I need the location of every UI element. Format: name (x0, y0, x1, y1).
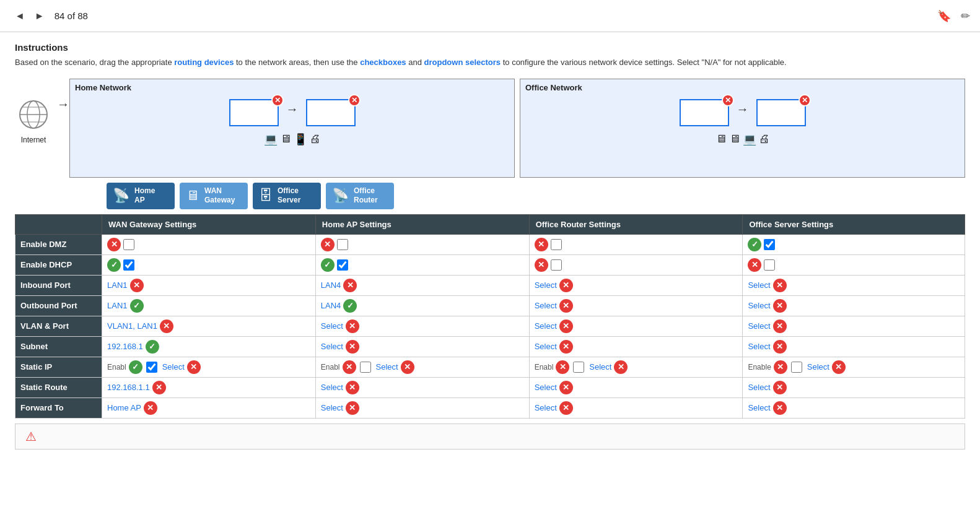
office-router-static-ip-checkbox[interactable] (573, 362, 584, 373)
office-router-inbound-badge[interactable]: ✕ (559, 279, 573, 292)
office-server-subnet-value[interactable]: Select (748, 342, 770, 351)
home-vlan-badge[interactable]: ✕ (346, 319, 359, 333)
office-router-forward-to-value[interactable]: Select (535, 403, 557, 412)
home-dmz-badge[interactable]: ✕ (321, 238, 335, 251)
office-server-subnet-badge[interactable]: ✕ (773, 340, 787, 354)
home-device-4-icon: 🖨 (310, 133, 321, 146)
office-router-outbound-value[interactable]: Select (535, 301, 557, 310)
office-router-vlan-value[interactable]: Select (535, 321, 557, 331)
bookmark-button[interactable]: 🔖 (937, 9, 951, 23)
wan-dhcp-checkbox[interactable] (123, 259, 134, 271)
office-slot-2-remove[interactable]: ✕ (798, 94, 811, 106)
wan-static-ip-cell: Enabl ✓ Select ✕ (102, 357, 316, 377)
home-static-route-value[interactable]: Select (321, 383, 343, 392)
office-server-dmz-checkbox[interactable] (764, 239, 775, 250)
office-server-outbound-badge[interactable]: ✕ (773, 299, 787, 313)
office-router-static-ip-badge[interactable]: ✕ (614, 360, 628, 374)
home-static-ip-enable-badge[interactable]: ✕ (343, 360, 356, 374)
home-static-ip-checkbox[interactable] (360, 362, 371, 373)
office-server-forward-to-value[interactable]: Select (748, 403, 770, 412)
home-slot-2-remove[interactable]: ✕ (348, 94, 361, 106)
home-static-route-badge[interactable]: ✕ (346, 381, 359, 394)
wan-dmz-badge[interactable]: ✕ (107, 238, 121, 251)
wan-gateway-label: 🖥 WAN Gateway (180, 183, 248, 209)
home-static-ip-badge[interactable]: ✕ (401, 360, 414, 374)
office-server-dhcp-checkbox[interactable] (764, 259, 775, 271)
office-server-dhcp-badge[interactable]: ✕ (748, 258, 761, 272)
next-button[interactable]: ► (30, 8, 50, 24)
home-subnet-value[interactable]: Select (321, 342, 343, 351)
home-network-devices-bottom: 💻 🖥 📱 🖨 (75, 133, 509, 146)
home-vlan-value[interactable]: Select (321, 321, 343, 331)
office-slot-2[interactable]: ✕ (756, 99, 806, 126)
wan-static-ip-enable-badge[interactable]: ✓ (129, 360, 142, 374)
office-server-static-ip-badge[interactable]: ✕ (832, 360, 846, 374)
office-router-forward-to-badge[interactable]: ✕ (559, 401, 573, 415)
wan-vlan-badge[interactable]: ✕ (160, 319, 173, 333)
office-router-static-route-badge[interactable]: ✕ (559, 381, 573, 394)
office-router-subnet-value[interactable]: Select (535, 342, 557, 351)
wan-dmz-group: ✕ (107, 238, 310, 251)
home-slot-1[interactable]: ✕ (229, 99, 279, 126)
office-slot-1[interactable]: ✕ (680, 99, 729, 126)
wan-inbound-badge[interactable]: ✕ (130, 279, 144, 292)
wan-static-ip-select[interactable]: Select (162, 362, 185, 371)
wan-dhcp-badge[interactable]: ✓ (107, 258, 121, 272)
office-server-inbound-badge[interactable]: ✕ (773, 279, 787, 292)
home-outbound-badge[interactable]: ✓ (343, 299, 357, 313)
wan-static-route-badge[interactable]: ✕ (152, 381, 166, 394)
home-static-ip-select[interactable]: Select (376, 362, 398, 371)
wan-static-ip-badge[interactable]: ✕ (187, 360, 201, 374)
office-router-vlan-badge[interactable]: ✕ (559, 319, 573, 333)
wan-dmz-checkbox[interactable] (123, 239, 134, 250)
wan-forward-to-badge[interactable]: ✕ (144, 401, 157, 415)
home-forward-to-value[interactable]: Select (321, 403, 343, 412)
office-server-dmz-badge[interactable]: ✓ (748, 238, 761, 251)
wan-subnet-badge[interactable]: ✓ (146, 340, 159, 354)
home-dhcp-badge[interactable]: ✓ (321, 258, 335, 272)
edit-button[interactable]: ✏ (961, 9, 970, 23)
home-slot-1-remove[interactable]: ✕ (271, 94, 284, 106)
home-dhcp-checkbox[interactable] (337, 259, 348, 271)
office-server-vlan-value[interactable]: Select (748, 321, 770, 331)
checkboxes-link[interactable]: checkboxes (360, 58, 406, 67)
wan-static-ip-checkbox[interactable] (146, 362, 157, 373)
home-inbound-badge[interactable]: ✕ (343, 279, 357, 292)
office-router-dmz-badge[interactable]: ✕ (535, 238, 548, 251)
office-router-inbound-value[interactable]: Select (535, 280, 557, 290)
office-router-forward-to-cell: Select ✕ (529, 398, 743, 418)
office-router-static-ip-select[interactable]: Select (589, 362, 611, 371)
dropdown-selectors-link[interactable]: dropdown selectors (424, 58, 501, 67)
office-router-dhcp-checkbox[interactable] (551, 259, 562, 271)
office-router-subnet-badge[interactable]: ✕ (559, 340, 573, 354)
home-subnet-badge[interactable]: ✕ (346, 340, 359, 354)
office-router-dmz-checkbox[interactable] (551, 239, 562, 250)
prev-button[interactable]: ◄ (10, 8, 30, 24)
home-slot-2[interactable]: ✕ (306, 99, 356, 126)
instructions-text-mid1: to the network areas, then use the (234, 58, 360, 67)
office-server-vlan-badge[interactable]: ✕ (773, 319, 787, 333)
office-router-static-ip-enable-badge[interactable]: ✕ (556, 360, 569, 374)
office-server-static-route-value[interactable]: Select (748, 383, 770, 392)
office-server-static-ip-checkbox[interactable] (791, 362, 802, 373)
office-server-static-ip-enable-badge[interactable]: ✕ (774, 360, 787, 374)
home-inbound-group: LAN4 ✕ (321, 279, 524, 292)
home-dmz-checkbox[interactable] (337, 239, 348, 250)
office-router-outbound-badge[interactable]: ✕ (559, 299, 573, 313)
office-slot-1-remove[interactable]: ✕ (722, 94, 734, 106)
office-server-static-route-badge[interactable]: ✕ (773, 381, 787, 394)
office-server-inbound-value[interactable]: Select (748, 280, 770, 290)
office-router-static-route-value[interactable]: Select (535, 383, 557, 392)
routing-devices-link[interactable]: routing devices (174, 58, 234, 67)
label-subnet: Subnet (15, 336, 102, 357)
office-server-outbound-value[interactable]: Select (748, 301, 770, 310)
office-server-forward-to-badge[interactable]: ✕ (773, 401, 787, 415)
home-forward-to-badge[interactable]: ✕ (346, 401, 359, 415)
wan-inbound-cell: LAN1 ✕ (102, 275, 316, 295)
wan-outbound-badge[interactable]: ✓ (130, 299, 144, 313)
home-outbound-group: LAN4 ✓ (321, 299, 524, 313)
office-server-static-ip-select[interactable]: Select (807, 362, 829, 371)
office-router-dhcp-badge[interactable]: ✕ (535, 258, 548, 272)
home-forward-to-cell: Select ✕ (315, 398, 529, 418)
instructions-text: Based on the scenario, drag the appropri… (15, 56, 965, 69)
